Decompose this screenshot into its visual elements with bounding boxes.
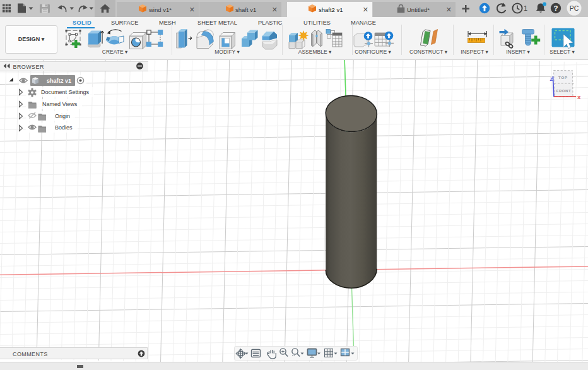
svg-text:FRONT: FRONT — [556, 89, 572, 93]
svg-text:Z: Z — [550, 76, 553, 82]
svg-text:X: X — [577, 95, 581, 100]
svg-text:TOP: TOP — [558, 76, 568, 80]
